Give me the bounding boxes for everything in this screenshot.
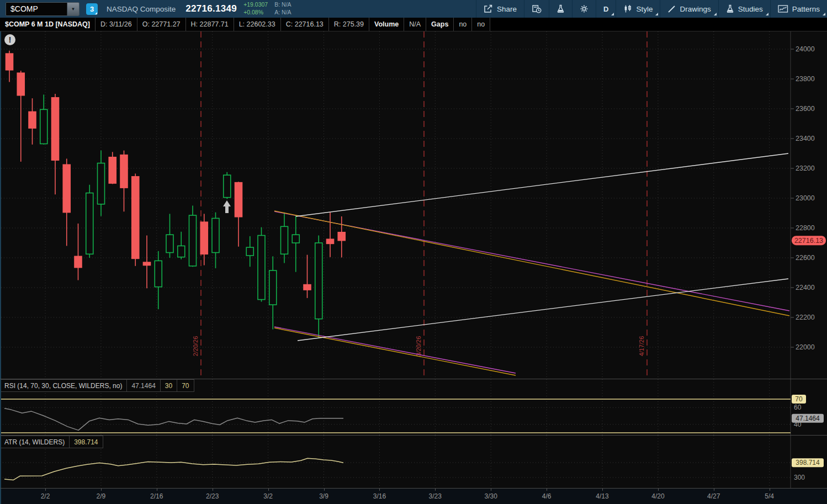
channel-lower-white[interactable] — [298, 279, 788, 341]
time-axis-label: 3/30 — [477, 492, 505, 500]
candle-body-1/29 — [17, 73, 24, 96]
trading-platform-window: $COMP ▼ 3 NASDAQ Composite 22716.1349 +1… — [0, 0, 827, 504]
trendline-draw-icon — [667, 5, 676, 13]
price-chart-panel: 2400023800236002340023200230002280022600… — [0, 31, 827, 379]
rsi-header: RSI (14, 70, 30, CLOSE, WILDERS, no) 47.… — [0, 379, 194, 392]
candle-body-2/4 — [63, 165, 70, 212]
ohlc-low: L: 22602.33 — [234, 18, 281, 31]
chevron-down-icon: ▼ — [71, 7, 76, 12]
candle-body-2/27 — [246, 247, 253, 256]
pattern-curve-toggle-icon[interactable] — [802, 18, 827, 31]
share-label: Share — [497, 5, 517, 13]
ohlc-date: D: 3/11/26 — [96, 18, 137, 31]
time-axis-tick — [658, 489, 659, 491]
fan-upper-orange[interactable] — [274, 211, 789, 316]
candle-body-2/20 — [189, 215, 197, 266]
candle-body-2/19 — [178, 246, 185, 257]
settings-button[interactable] — [572, 0, 596, 18]
price-axis-label: 23800 — [796, 75, 815, 83]
atr-line — [4, 458, 343, 480]
chart-title[interactable]: $COMP 6 M 1D [NASDAQ] — [0, 18, 96, 31]
channel-upper-white[interactable] — [296, 153, 788, 216]
atr-panel: ATR (14, WILDERS) 398.714 398.714300 — [0, 435, 827, 488]
studies-button[interactable]: Studies — [719, 0, 770, 18]
time-axis-label: 3/9 — [310, 492, 338, 500]
candle-body-2/9 — [98, 163, 105, 204]
bid-ask: B: N/A A: N/A — [274, 1, 291, 16]
studies-label: Studies — [738, 5, 763, 13]
time-axis[interactable]: 2/22/92/162/233/23/93/163/233/304/64/134… — [0, 488, 827, 504]
drawings-button[interactable]: Drawings — [660, 0, 718, 18]
change-percent: +0.08% — [243, 9, 268, 17]
atr-chart[interactable]: 398.714300 — [0, 436, 827, 488]
candle-body-2/5 — [75, 256, 82, 267]
time-axis-tick — [435, 489, 436, 491]
chart-header: $COMP 6 M 1D [NASDAQ] D: 3/11/26 O: 2277… — [0, 18, 827, 31]
price-axis-label: 23600 — [796, 105, 815, 113]
price-axis-label: 23400 — [796, 135, 815, 142]
price-axis-label: 22200 — [796, 314, 815, 321]
style-label: Style — [636, 5, 653, 13]
share-button[interactable]: Share — [476, 0, 524, 18]
price-axis-label: 22600 — [796, 254, 815, 262]
fan-lower-orange[interactable] — [274, 328, 516, 375]
gaps-value: no — [472, 18, 490, 31]
patterns-icon — [778, 4, 788, 13]
rsi-study-label[interactable]: RSI (14, 70, 30, CLOSE, WILDERS, no) — [0, 379, 127, 392]
candle-body-3/4 — [281, 226, 288, 254]
time-axis-label: 3/16 — [365, 492, 393, 500]
candle-body-2/6 — [86, 193, 93, 254]
time-axis-label: 5/4 — [756, 492, 783, 500]
time-axis-label: 2/16 — [143, 492, 171, 500]
main-price-chart[interactable]: 2400023800236002340023200230002280022600… — [0, 31, 827, 379]
candle-body-2/2 — [40, 109, 47, 144]
price-axis-label: 23200 — [796, 165, 815, 172]
price-axis-label: 24000 — [796, 45, 815, 53]
flask-icon — [726, 4, 734, 13]
candle-body-1/28 — [6, 54, 13, 70]
expiration-date-label: 2/20/26 — [192, 336, 199, 357]
flexible-grid-button[interactable] — [524, 0, 549, 18]
candle-body-3/10 — [327, 239, 334, 243]
up-arrow-marker — [223, 200, 231, 213]
candle-body-2/18 — [166, 235, 173, 252]
analyze-button[interactable] — [549, 0, 572, 18]
bid-value: B: N/A — [274, 1, 291, 9]
time-axis-tick — [268, 489, 269, 491]
time-axis-tick — [770, 489, 770, 491]
rsi-oversold-param: 30 — [160, 379, 177, 392]
drawings-label: Drawings — [680, 5, 711, 13]
symbol-description: NASDAQ Composite — [107, 5, 176, 13]
time-axis-label: 4/20 — [644, 492, 672, 500]
time-axis-tick — [714, 489, 714, 491]
rsi-line — [4, 408, 343, 431]
gaps-label: Gaps — [426, 18, 454, 31]
gaps-value: no — [454, 18, 472, 31]
symbol-value[interactable]: $COMP — [6, 4, 67, 13]
time-axis-label: 4/27 — [700, 492, 728, 500]
candle-body-2/24 — [212, 218, 219, 252]
time-axis-tick — [213, 489, 213, 491]
time-axis-label: 2/2 — [31, 492, 59, 500]
time-axis-label: 4/6 — [533, 492, 560, 500]
atr-study-label[interactable]: ATR (14, WILDERS) — [0, 436, 70, 448]
candle-body-3/3 — [269, 270, 277, 305]
candle-body-3/5 — [292, 235, 299, 243]
candle-body-3/2 — [258, 236, 265, 300]
price-axis-label: 22800 — [796, 224, 815, 232]
time-axis-label: 2/23 — [199, 492, 226, 500]
link-group-badge[interactable]: 3 — [86, 3, 98, 15]
rsi-panel: RSI (14, 70, 30, CLOSE, WILDERS, no) 47.… — [0, 379, 827, 435]
candle-body-2/10 — [109, 157, 116, 183]
timeframe-button[interactable]: D — [596, 0, 616, 18]
time-axis-tick — [491, 489, 491, 491]
rsi-axis-label: 60 — [794, 404, 802, 411]
style-button[interactable]: Style — [616, 0, 660, 18]
fan-lower-purple[interactable] — [274, 327, 516, 373]
atr-axis-label: 300 — [794, 474, 805, 481]
symbol-dropdown-button[interactable]: ▼ — [67, 3, 79, 15]
rsi-upper-badge-text: 70 — [795, 395, 803, 403]
symbol-input[interactable]: $COMP ▼ — [6, 2, 79, 16]
last-price: 22716.1349 — [185, 3, 237, 14]
patterns-button[interactable]: Patterns — [771, 0, 827, 18]
